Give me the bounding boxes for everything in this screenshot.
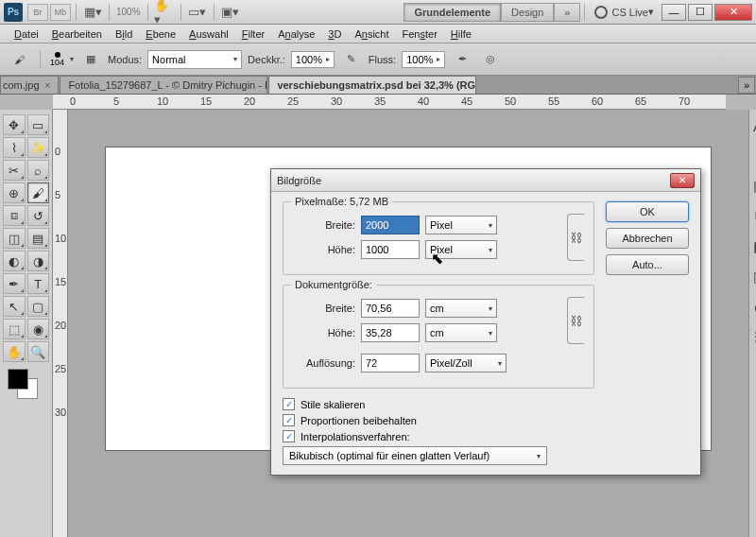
right-panel-dock: A| ¶ ▤ ⧉ ◧ ▣ ◐ ☰: [748, 110, 756, 537]
minibridge-button[interactable]: Mb: [50, 4, 71, 21]
view-extras-icon[interactable]: ▦▾: [82, 4, 103, 21]
eraser-tool[interactable]: ◫: [3, 228, 26, 249]
deckkr-input[interactable]: 100%▸: [291, 51, 335, 68]
bridge-button[interactable]: Br: [27, 4, 48, 21]
menu-filter[interactable]: Filter: [235, 28, 271, 40]
height-px-input[interactable]: 1000: [361, 240, 420, 259]
color-panel-icon[interactable]: ◐: [749, 297, 756, 318]
menu-fenster[interactable]: Fenster: [396, 28, 444, 40]
constrain-proportions-checkbox[interactable]: ✓: [283, 414, 295, 426]
workspace-grundelemente[interactable]: Grundelemente: [404, 3, 501, 22]
window-close[interactable]: ✕: [714, 4, 752, 21]
width-px-input[interactable]: 2000: [361, 216, 420, 234]
hand-icon[interactable]: ✋▾: [154, 4, 175, 21]
ok-button[interactable]: OK: [606, 201, 689, 222]
height-cm-input[interactable]: 35,28: [361, 323, 420, 342]
resolution-input[interactable]: 72: [361, 354, 420, 372]
clone-panel-icon[interactable]: ⧉: [749, 206, 756, 227]
menu-bild[interactable]: Bild: [109, 28, 139, 40]
cancel-button[interactable]: Abbrechen: [606, 228, 689, 249]
crop-tool[interactable]: ✂: [3, 160, 26, 181]
resample-checkbox[interactable]: ✓: [283, 430, 295, 442]
width-px-unit[interactable]: Pixel▾: [425, 216, 497, 234]
constrain-proportions-label: Proportionen beibehalten: [301, 415, 417, 426]
height-px-unit[interactable]: Pixel▾: [425, 240, 497, 259]
3d-tool[interactable]: ⬚: [3, 319, 26, 339]
swatches-panel-icon[interactable]: ◧: [749, 236, 756, 257]
healing-tool[interactable]: ⊕: [3, 182, 26, 203]
doc-tab[interactable]: com.jpg×: [0, 76, 59, 94]
brush-tool[interactable]: 🖌: [27, 182, 50, 203]
path-select-tool[interactable]: ↖: [3, 296, 26, 317]
doc-tab[interactable]: Fotolia_15279687_L - © Dmitry Pichugin -…: [60, 76, 267, 94]
menu-hilfe[interactable]: Hilfe: [444, 28, 478, 40]
tablet-opacity-icon[interactable]: ✎: [340, 48, 363, 71]
menu-bearbeiten[interactable]: Bearbeiten: [45, 28, 109, 40]
dialog-close-button[interactable]: ✕: [670, 173, 695, 188]
camera-tool[interactable]: ◉: [27, 319, 50, 339]
auto-button[interactable]: Auto...: [606, 254, 689, 275]
navigator-panel-icon[interactable]: ▣: [749, 267, 756, 287]
options-bar: 🖌 104 ▾ ▦ Modus: Normal▾ Deckkr.: 100%▸ …: [0, 43, 756, 76]
stamp-tool[interactable]: ⧈: [3, 205, 26, 226]
resolution-unit[interactable]: Pixel/Zoll▾: [425, 354, 507, 372]
deckkr-label: Deckkr.:: [248, 54, 285, 65]
interpolation-select[interactable]: Bikubisch (optimal für einen glatten Ver…: [283, 446, 547, 465]
history-brush-tool[interactable]: ↺: [27, 205, 50, 226]
ruler-horizontal: 05 1015 2025 3035 4045 5055 6065 70: [53, 95, 726, 110]
menu-3d[interactable]: 3D: [321, 28, 348, 40]
brush-panel-icon[interactable]: ▦: [79, 48, 102, 71]
workspace-more[interactable]: »: [554, 3, 580, 22]
brush-preset[interactable]: 104: [50, 52, 64, 67]
menu-auswahl[interactable]: Auswahl: [182, 28, 235, 40]
zoom-level[interactable]: 100%: [116, 7, 141, 17]
menu-ansicht[interactable]: Ansicht: [348, 28, 395, 40]
wand-tool[interactable]: ✨: [27, 137, 50, 158]
menu-datei[interactable]: Datei: [8, 28, 45, 40]
doc-tab-active[interactable]: verschiebungsmatrix.psd bei 32,3% (RGB/8…: [268, 76, 476, 94]
gradient-tool[interactable]: ▤: [27, 228, 50, 249]
height-cm-unit[interactable]: cm▾: [425, 323, 497, 342]
width-cm-input[interactable]: 70,56: [361, 299, 420, 318]
dodge-tool[interactable]: ◑: [27, 251, 50, 271]
dialog-titlebar[interactable]: Bildgröße ✕: [271, 169, 700, 192]
constrain-proportions-icon[interactable]: ⛓: [567, 214, 584, 261]
eyedropper-tool[interactable]: ⌕: [27, 160, 50, 181]
menu-analyse[interactable]: Analyse: [271, 28, 321, 40]
character-panel-icon[interactable]: A|: [749, 115, 756, 136]
scale-styles-checkbox[interactable]: ✓: [283, 398, 295, 410]
menu-ebene[interactable]: Ebene: [139, 28, 182, 40]
window-maximize[interactable]: ☐: [688, 4, 713, 21]
tablet-size-icon[interactable]: ◎: [479, 48, 502, 71]
brush-tool-icon[interactable]: 🖌: [8, 48, 30, 71]
constrain-doc-proportions-icon[interactable]: ⛓: [567, 297, 584, 344]
blur-tool[interactable]: ◐: [3, 251, 26, 271]
tab-close-icon[interactable]: ×: [45, 80, 51, 91]
width-cm-unit[interactable]: cm▾: [425, 299, 497, 318]
info-panel-icon[interactable]: ☰: [749, 327, 756, 348]
shape-tool[interactable]: ▢: [27, 296, 50, 317]
airbrush-icon[interactable]: ✒: [451, 48, 473, 71]
hand-tool[interactable]: ✋: [3, 341, 26, 362]
brush-panel-icon[interactable]: ▤: [749, 176, 756, 197]
modus-select[interactable]: Normal▾: [147, 50, 242, 69]
arrange-icon[interactable]: ▭▾: [187, 4, 208, 21]
height-cm-label: Höhe:: [293, 327, 355, 338]
type-tool[interactable]: T: [27, 273, 50, 294]
color-swatches[interactable]: [6, 369, 46, 401]
move-tool[interactable]: ✥: [3, 114, 26, 135]
tab-overflow-button[interactable]: »: [738, 77, 755, 94]
menu-bar: Datei Bearbeiten Bild Ebene Auswahl Filt…: [0, 25, 756, 43]
pen-tool[interactable]: ✒: [3, 273, 26, 294]
paragraph-panel-icon[interactable]: ¶: [749, 146, 756, 166]
title-bar: Ps Br Mb ▦▾ 100% ✋▾ ▭▾ ▣▾ Grundelemente …: [0, 0, 756, 25]
fluss-input[interactable]: 100%▸: [402, 51, 445, 68]
resolution-label: Auflösung:: [293, 357, 355, 369]
screenmode-icon[interactable]: ▣▾: [220, 4, 241, 21]
workspace-design[interactable]: Design: [501, 3, 554, 22]
window-minimize[interactable]: —: [662, 4, 686, 21]
zoom-tool[interactable]: 🔍: [27, 341, 50, 362]
lasso-tool[interactable]: ⌇: [3, 137, 26, 158]
cslive-button[interactable]: CS Live ▾: [594, 6, 654, 19]
marquee-tool[interactable]: ▭: [27, 114, 50, 135]
